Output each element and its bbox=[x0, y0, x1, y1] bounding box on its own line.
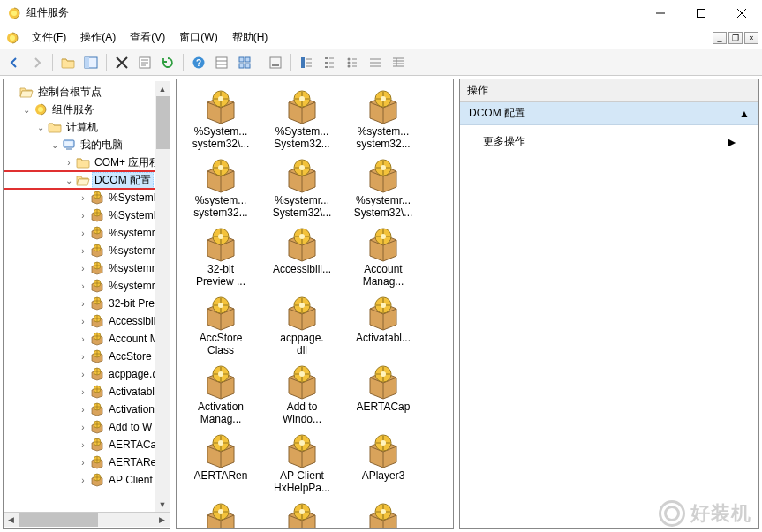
grid-item[interactable]: AERTACap bbox=[343, 362, 424, 431]
tree-item[interactable]: ›AERTACap bbox=[4, 436, 170, 453]
tree-horizontal-scrollbar[interactable]: ◀ ▶ bbox=[4, 512, 170, 527]
menu-file[interactable]: 文件(F) bbox=[25, 26, 73, 49]
grid-item[interactable]: Activation Manag... bbox=[180, 362, 261, 431]
grid-item[interactable] bbox=[180, 499, 261, 529]
svg-rect-18 bbox=[245, 64, 250, 68]
close-button[interactable] bbox=[721, 0, 762, 26]
scroll-thumb[interactable] bbox=[156, 96, 170, 149]
component-icon bbox=[90, 261, 104, 275]
tool-6-button[interactable] bbox=[388, 52, 409, 73]
folder-icon bbox=[76, 173, 90, 187]
mdi-minimize-button[interactable]: _ bbox=[713, 32, 727, 44]
mdi-restore-button[interactable]: ❐ bbox=[728, 32, 743, 44]
component-icon bbox=[202, 501, 239, 529]
up-button[interactable] bbox=[57, 52, 79, 73]
tree-item[interactable]: ›Accessibili bbox=[4, 312, 170, 330]
scroll-left-icon[interactable]: ◀ bbox=[4, 513, 19, 528]
scroll-up-icon[interactable]: ▲ bbox=[155, 81, 170, 96]
tree-item[interactable]: ›%SystemR bbox=[4, 206, 170, 224]
grid-item[interactable]: AERTARen bbox=[180, 431, 261, 499]
menu-help[interactable]: 帮助(H) bbox=[225, 26, 275, 49]
component-icon bbox=[202, 432, 239, 469]
tool-2-button[interactable] bbox=[296, 52, 317, 73]
grid-item-label: %system... system32... bbox=[356, 125, 410, 150]
grid-item-label: Add to Windo... bbox=[283, 401, 321, 425]
component-icon bbox=[365, 501, 402, 529]
component-icon bbox=[90, 332, 104, 346]
grid-item[interactable]: AccStore Class bbox=[180, 293, 261, 362]
menu-view[interactable]: 查看(V) bbox=[123, 26, 172, 49]
tree-item[interactable]: ›Activatabl bbox=[4, 383, 170, 401]
component-icon bbox=[90, 279, 104, 293]
component-icon bbox=[90, 191, 104, 205]
component-icon bbox=[283, 363, 321, 401]
grid-item[interactable]: Account Manag... bbox=[343, 224, 424, 293]
tree-item-label: %systemr bbox=[106, 261, 158, 275]
grid-item[interactable] bbox=[343, 499, 424, 529]
tree-vertical-scrollbar[interactable]: ▲ ▼ bbox=[155, 81, 170, 512]
forward-button[interactable] bbox=[26, 52, 48, 73]
grid-item[interactable]: %system... system32... bbox=[343, 86, 424, 155]
tree-item[interactable]: ›Activation bbox=[4, 401, 170, 418]
grid-item[interactable]: %System... System32... bbox=[261, 86, 343, 155]
menu-window[interactable]: 窗口(W) bbox=[172, 26, 224, 49]
tool-4-button[interactable] bbox=[342, 52, 363, 73]
properties-button[interactable] bbox=[134, 52, 155, 73]
scroll-down-icon[interactable]: ▼ bbox=[155, 497, 170, 512]
grid-item[interactable]: Accessibili... bbox=[261, 224, 343, 293]
tree-item[interactable]: ›Add to W bbox=[4, 418, 170, 436]
tree-item[interactable]: ›AP Client bbox=[4, 471, 170, 489]
tree-item[interactable]: ›32-bit Pre bbox=[4, 295, 170, 312]
tree-item[interactable]: ›AERTARen bbox=[4, 453, 170, 471]
actions-panel: 操作 DCOM 配置 ▲ 更多操作 ▶ bbox=[459, 79, 759, 529]
view-icons-button[interactable] bbox=[234, 52, 255, 73]
grid-item[interactable] bbox=[261, 499, 343, 529]
grid-item[interactable]: 32-bit Preview ... bbox=[180, 224, 261, 293]
tree-com-apps[interactable]: ›COM+ 应用程 bbox=[4, 154, 170, 171]
tree-item[interactable]: ›%SystemR bbox=[4, 189, 170, 206]
grid-item[interactable]: %systemr... System32\... bbox=[343, 155, 424, 224]
icon-grid[interactable]: %System... system32\...%System... System… bbox=[177, 79, 453, 529]
minimize-button[interactable] bbox=[640, 0, 681, 26]
grid-item[interactable]: Add to Windo... bbox=[261, 362, 343, 431]
tool-3-button[interactable] bbox=[319, 52, 340, 73]
chevron-right-icon: ▶ bbox=[728, 136, 736, 148]
maximize-button[interactable] bbox=[681, 0, 721, 26]
view-list-button[interactable] bbox=[211, 52, 232, 73]
actions-more[interactable]: 更多操作 ▶ bbox=[460, 131, 758, 153]
tree-item[interactable]: ›%systemr bbox=[4, 259, 170, 277]
tree-item[interactable]: ›%systemr bbox=[4, 277, 170, 295]
tool-5-button[interactable] bbox=[365, 52, 386, 73]
show-tree-button[interactable] bbox=[80, 52, 102, 73]
grid-item[interactable]: APlayer3 bbox=[343, 431, 424, 499]
delete-button[interactable] bbox=[111, 52, 132, 73]
grid-item[interactable]: %systemr... System32\... bbox=[261, 155, 343, 224]
tree-component-services[interactable]: ⌄组件服务 bbox=[4, 101, 170, 118]
grid-item[interactable]: %system... system32... bbox=[180, 155, 261, 224]
grid-item[interactable]: %System... system32\... bbox=[180, 86, 261, 155]
tree-root[interactable]: 控制台根节点 bbox=[4, 83, 170, 101]
tree-item[interactable]: ›%systemr bbox=[4, 242, 170, 259]
tree-item[interactable]: ›Account M bbox=[4, 330, 170, 348]
tree-item[interactable]: ›%systemr bbox=[4, 224, 170, 242]
back-button[interactable] bbox=[4, 52, 25, 73]
grid-item[interactable]: acppage. dll bbox=[261, 293, 343, 362]
scroll-thumb[interactable] bbox=[19, 513, 98, 527]
tree-view[interactable]: 控制台根节点 ⌄组件服务 ⌄计算机 ⌄我的电脑 ›COM+ 应用程 ⌄DCOM … bbox=[4, 81, 170, 491]
tree-computers[interactable]: ⌄计算机 bbox=[4, 118, 170, 136]
help-button[interactable]: ? bbox=[188, 52, 209, 73]
actions-section-title[interactable]: DCOM 配置 ▲ bbox=[460, 102, 758, 125]
scroll-right-icon[interactable]: ▶ bbox=[155, 513, 170, 528]
grid-item-label: %System... System32... bbox=[274, 125, 329, 150]
grid-item[interactable]: Activatabl... bbox=[343, 293, 424, 362]
mdi-close-button[interactable]: × bbox=[744, 32, 758, 44]
tool-1-button[interactable] bbox=[265, 52, 286, 73]
tree-item[interactable]: ›acppage.d bbox=[4, 365, 170, 383]
tree-my-computer[interactable]: ⌄我的电脑 bbox=[4, 136, 170, 154]
tree-item[interactable]: ›AccStore bbox=[4, 348, 170, 365]
menu-action[interactable]: 操作(A) bbox=[73, 26, 123, 49]
tree-dcom-config[interactable]: ⌄DCOM 配置 bbox=[4, 171, 170, 189]
component-icon bbox=[90, 367, 104, 381]
grid-item[interactable]: AP Client HxHelpPa... bbox=[261, 431, 343, 499]
refresh-button[interactable] bbox=[157, 52, 178, 73]
